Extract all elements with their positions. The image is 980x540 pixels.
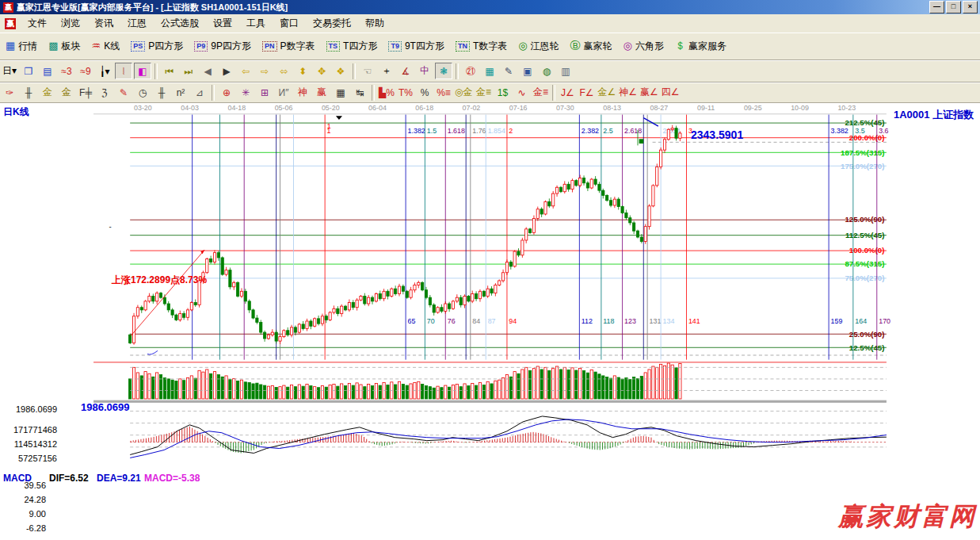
time-cycle-icon[interactable]: ◷	[134, 84, 151, 101]
wave-gold-icon[interactable]: ∿	[513, 84, 530, 101]
menu-item-窗口[interactable]: 窗口	[273, 15, 306, 31]
percent-red-icon[interactable]: %≡	[435, 84, 452, 101]
angle-mirror-icon[interactable]: ⊿	[191, 84, 208, 101]
next-bar-icon[interactable]: ▶	[218, 63, 235, 79]
svg-text:05-20: 05-20	[322, 104, 340, 112]
9t-square-button[interactable]: T99T四方形	[383, 37, 450, 56]
expand-horizontal-icon[interactable]: ⬄	[275, 63, 292, 79]
winner-service-button[interactable]: ＄赢家服务	[669, 37, 732, 56]
ying-angle-icon[interactable]: 赢∠	[639, 84, 659, 101]
workstation-icon[interactable]: ▥	[557, 63, 574, 79]
detail-list-icon[interactable]: ▤	[39, 63, 56, 79]
spiral-ruler-icon[interactable]: ℨ	[96, 84, 113, 101]
svg-text:04-03: 04-03	[181, 104, 199, 112]
n-quote-icon[interactable]: И″	[275, 84, 292, 101]
zigzag-tool-icon[interactable]: ⦚	[115, 63, 132, 79]
gold-line-2-icon[interactable]: 金≡	[532, 84, 549, 101]
shen-angle-icon[interactable]: 神∠	[618, 84, 638, 101]
price-percent-icon[interactable]: ▙%	[378, 84, 395, 101]
menu-item-浏览[interactable]: 浏览	[54, 15, 87, 31]
first-bar-icon[interactable]: ⏮	[161, 63, 178, 79]
close-button[interactable]: ×	[963, 1, 978, 13]
crosshair-icon[interactable]: ＋	[378, 63, 395, 79]
calculator-icon[interactable]: ▦	[481, 63, 498, 79]
wave-9-icon[interactable]: ≈9	[77, 63, 94, 79]
chart-area[interactable]: 03-2004-0304-1805-0605-2006-0406-1807-02…	[0, 103, 980, 540]
winner-wheel-button[interactable]: Ⓑ赢家轮	[565, 37, 618, 56]
gold-ruler-2-icon[interactable]: 金	[58, 84, 75, 101]
pattern-tool-icon[interactable]: 中	[416, 63, 433, 79]
percent-icon[interactable]: %	[416, 84, 433, 101]
web-browser-icon[interactable]: ◍	[538, 63, 555, 79]
svg-text:04-18: 04-18	[227, 104, 246, 112]
quote-table-button[interactable]: ▦行情	[0, 37, 43, 56]
prev-bar-icon[interactable]: ◀	[199, 63, 216, 79]
menu-item-设置[interactable]: 设置	[206, 15, 239, 31]
maximize-button[interactable]: □	[946, 1, 961, 13]
t-number-table-button[interactable]: TNT数字表	[450, 37, 513, 56]
tick-ruler-icon[interactable]: ╫	[153, 84, 170, 101]
shift-left-icon[interactable]: ⇦	[237, 63, 254, 79]
minimize-button[interactable]: —	[929, 1, 944, 13]
menu-item-资讯[interactable]: 资讯	[87, 15, 120, 31]
kline-period-dropdown[interactable]: 日▾	[1, 63, 18, 79]
p-number-table-button[interactable]: PNP数字表	[257, 37, 321, 56]
gold-angle-icon[interactable]: 金∠	[597, 84, 616, 101]
toolbar-divider	[552, 85, 555, 101]
candle-style-dropdown[interactable]: ╽▾	[96, 63, 113, 79]
expand-vertical-icon[interactable]: ❖	[332, 63, 349, 79]
sector-blocks-button[interactable]: ▩板块	[43, 37, 86, 56]
compress-vertical-icon[interactable]: ✥	[313, 63, 330, 79]
n-squared-icon[interactable]: n²	[172, 84, 189, 101]
compress-horizontal-icon[interactable]: ⬍	[294, 63, 311, 79]
ruler-grid-icon[interactable]: ╫	[20, 84, 37, 101]
t-square-button[interactable]: TST四方形	[321, 37, 383, 56]
angle-measure-icon[interactable]: ∡	[397, 63, 414, 79]
toolbar-divider	[456, 63, 459, 79]
svg-text:131: 131	[650, 317, 662, 325]
star-grid-icon[interactable]: ✳	[237, 84, 254, 101]
calendar-21-icon[interactable]: ㉑	[462, 63, 479, 79]
brain-tool-icon[interactable]: ❃	[435, 63, 452, 79]
circle-crosshair-icon[interactable]: ⊕	[218, 84, 235, 101]
gold-circle-icon[interactable]: ◎金	[454, 84, 473, 101]
title-bar[interactable]: 赢 赢家江恩专业版[赢家内部服务平台] - [上证指数 SH1A0001-151…	[0, 0, 980, 14]
volume-profile-icon[interactable]: ◧	[134, 63, 151, 79]
menu-item-交易委托[interactable]: 交易委托	[306, 15, 358, 31]
knife-tool-icon[interactable]: ✑	[1, 84, 18, 101]
percent-line-icon[interactable]: T%	[397, 84, 414, 101]
menu-item-公式选股[interactable]: 公式选股	[154, 15, 206, 31]
gann-wheel-button[interactable]: ◎江恩轮	[513, 37, 564, 56]
9p-square-button[interactable]: P99P四方形	[189, 37, 257, 56]
square-grid-icon[interactable]: ⊞	[256, 84, 273, 101]
wave-3-icon[interactable]: ≈3	[58, 63, 75, 79]
red-pencil-ruler-icon[interactable]: ✎	[115, 84, 132, 101]
shen-grid-icon[interactable]: 神	[294, 84, 311, 101]
gold-ruler-icon[interactable]: 金	[39, 84, 56, 101]
kline-button[interactable]: ♒K线	[86, 37, 126, 56]
notes-icon[interactable]: ✎	[500, 63, 517, 79]
kline-chart-canvas[interactable]: 03-2004-0304-1805-0605-2006-0406-1807-02…	[0, 103, 980, 540]
gold-line-icon[interactable]: 金≡	[475, 84, 492, 101]
ying-grid-icon[interactable]: 赢	[313, 84, 330, 101]
quote-table-icon: ▦	[6, 40, 15, 52]
save-icon[interactable]: ▣	[519, 63, 536, 79]
windows-overlay-icon[interactable]: ❐	[20, 63, 37, 79]
span-arrows-icon[interactable]: ↹	[351, 84, 368, 101]
j-angle-icon[interactable]: J∠	[559, 84, 576, 101]
menu-item-帮助[interactable]: 帮助	[358, 15, 391, 31]
p-square-button[interactable]: PSP四方形	[125, 37, 189, 56]
dollar-flag-icon[interactable]: 1$	[494, 84, 511, 101]
menu-item-文件[interactable]: 文件	[21, 15, 54, 31]
f-ruler-icon[interactable]: F╪	[77, 84, 94, 101]
app-icon: 赢	[3, 2, 13, 13]
si-angle-icon[interactable]: 四∠	[661, 84, 681, 101]
last-bar-icon[interactable]: ⏭	[180, 63, 197, 79]
menu-item-工具[interactable]: 工具	[239, 15, 273, 31]
shift-right-icon[interactable]: ⇨	[256, 63, 273, 79]
grid-123-icon[interactable]: ▦	[332, 84, 349, 101]
hand-tool-icon[interactable]: ☜	[359, 63, 376, 79]
f-angle-icon[interactable]: F∠	[578, 84, 595, 101]
menu-item-江恩[interactable]: 江恩	[120, 15, 154, 31]
hexagon-button[interactable]: ◎六角形	[618, 37, 669, 56]
